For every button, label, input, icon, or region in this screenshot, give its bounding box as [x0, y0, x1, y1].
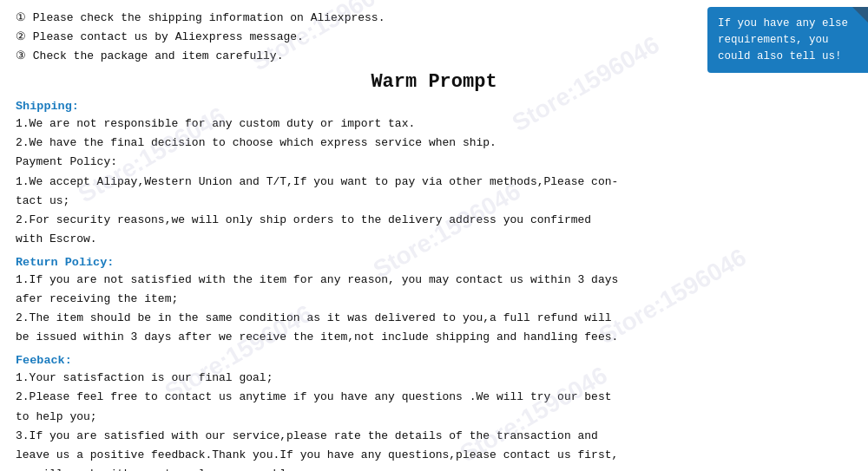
payment-title: Payment Policy:: [16, 153, 852, 172]
feeback-title: Feeback:: [16, 354, 852, 367]
return-line-2a: 2.The item should be in the same conditi…: [16, 309, 852, 328]
return-policy-title: Return Policy:: [16, 256, 852, 269]
requirements-bubble: If you have any else requirements, you c…: [707, 7, 868, 73]
shipping-section: Shipping: 1.We are not responsible for a…: [16, 100, 852, 249]
payment-line-1b: tact us;: [16, 192, 852, 211]
feeback-section: Feeback: 1.Your satisfaction is our fina…: [16, 354, 852, 471]
feeback-line-1: 1.Your satisfaction is our final goal;: [16, 369, 852, 388]
feeback-line-3a: 3.If you are satisfied with our service,…: [16, 427, 852, 446]
shipping-line-1: 1.We are not responsible for any custom …: [16, 114, 852, 134]
payment-line-2b: with Escrow.: [16, 230, 852, 249]
return-policy-body: 1.If you are not satisfied with the item…: [16, 271, 852, 347]
return-line-2b: be issued within 3 days after we receive…: [16, 328, 852, 347]
shipping-body: 1.We are not responsible for any custom …: [16, 114, 852, 249]
bubble-text: If you have any else requirements, you c…: [718, 17, 848, 62]
feeback-line-2a: 2.Please feel free to contact us anytime…: [16, 388, 852, 407]
return-line-1a: 1.If you are not satisfied with the item…: [16, 271, 852, 290]
feeback-line-3c: we will work with you to solve any probl…: [16, 465, 852, 471]
shipping-title: Shipping:: [16, 100, 852, 113]
feeback-line-2b: to help you;: [16, 408, 852, 427]
payment-line-1a: 1.We accept Alipay,Western Union and T/T…: [16, 173, 852, 192]
page-wrapper: Store:1596046 Store:1596046 Store:159604…: [0, 0, 868, 471]
feeback-line-3b: leave us a positive feedback.Thank you.I…: [16, 446, 852, 465]
warm-prompt-title: Warm Prompt: [16, 71, 852, 93]
payment-line-2a: 2.For security reasons,we will only ship…: [16, 211, 852, 230]
feeback-body: 1.Your satisfaction is our final goal; 2…: [16, 369, 852, 471]
shipping-line-2: 2.We have the final decision to choose w…: [16, 134, 852, 153]
return-line-1b: afer receiving the item;: [16, 290, 852, 309]
return-policy-section: Return Policy: 1.If you are not satisfie…: [16, 256, 852, 347]
